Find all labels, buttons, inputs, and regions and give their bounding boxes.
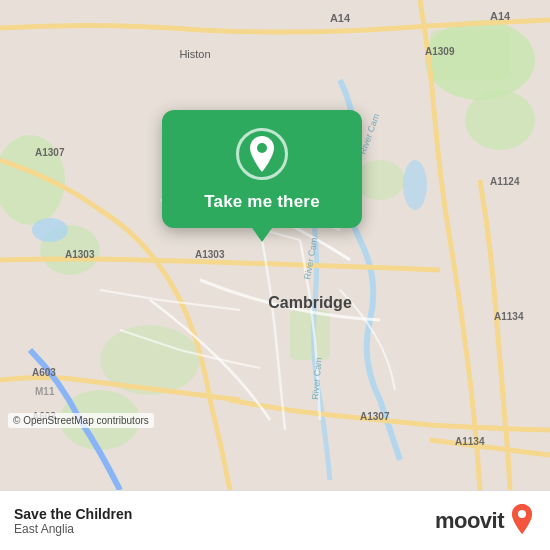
location-info: Save the Children East Anglia (14, 506, 132, 536)
svg-text:A1309: A1309 (425, 46, 455, 57)
svg-text:A1307: A1307 (35, 147, 65, 158)
svg-text:Histon: Histon (179, 48, 210, 60)
popup-label: Take me there (204, 192, 320, 212)
navigation-popup[interactable]: Take me there (162, 110, 362, 228)
svg-text:Cambridge: Cambridge (268, 294, 352, 311)
popup-icon-wrapper (236, 128, 288, 180)
svg-text:A1303: A1303 (195, 249, 225, 260)
svg-point-6 (355, 160, 405, 200)
bottom-bar: Save the Children East Anglia moovit (0, 490, 550, 550)
map-attribution: © OpenStreetMap contributors (8, 413, 154, 428)
location-region: East Anglia (14, 522, 132, 536)
moovit-pin-icon (508, 504, 536, 538)
svg-text:M11: M11 (35, 386, 55, 397)
svg-rect-7 (290, 310, 330, 360)
svg-text:A1307: A1307 (360, 411, 390, 422)
svg-point-2 (465, 90, 535, 150)
svg-text:A603: A603 (32, 367, 56, 378)
svg-text:A1134: A1134 (455, 436, 485, 447)
svg-text:A14: A14 (330, 12, 351, 24)
svg-point-11 (403, 160, 427, 210)
moovit-logo: moovit (435, 504, 536, 538)
moovit-text: moovit (435, 508, 504, 534)
svg-point-32 (518, 510, 526, 518)
svg-text:A14: A14 (490, 10, 511, 22)
map-container: A14 A14 A1307 A1309 A1303 A1303 A603 A60… (0, 0, 550, 490)
location-pin-icon (246, 136, 278, 172)
svg-text:A1124: A1124 (490, 176, 520, 187)
location-name: Save the Children (14, 506, 132, 522)
svg-point-31 (257, 143, 267, 153)
svg-text:A1134: A1134 (494, 311, 524, 322)
svg-text:A1303: A1303 (65, 249, 95, 260)
svg-point-10 (32, 218, 68, 242)
